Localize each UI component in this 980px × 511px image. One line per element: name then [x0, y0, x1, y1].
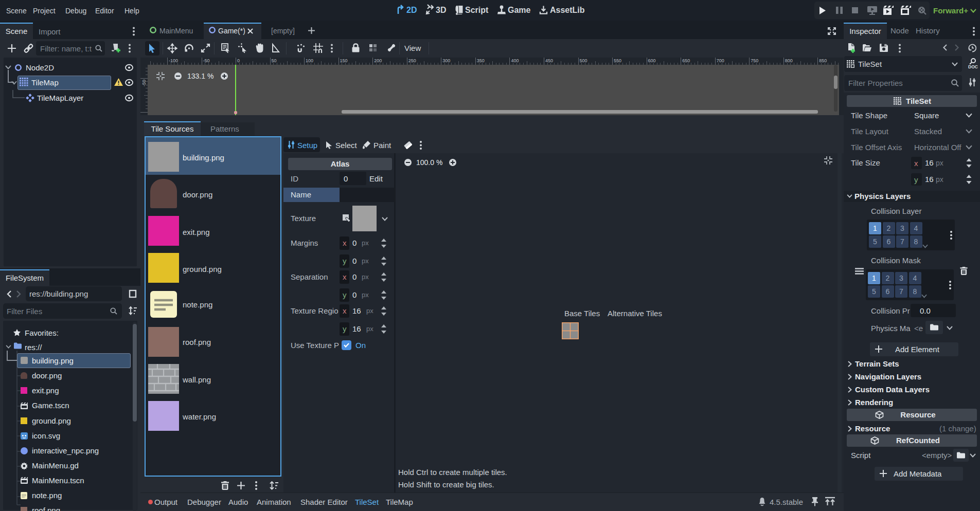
svg-text:DOC: DOC [968, 64, 978, 69]
